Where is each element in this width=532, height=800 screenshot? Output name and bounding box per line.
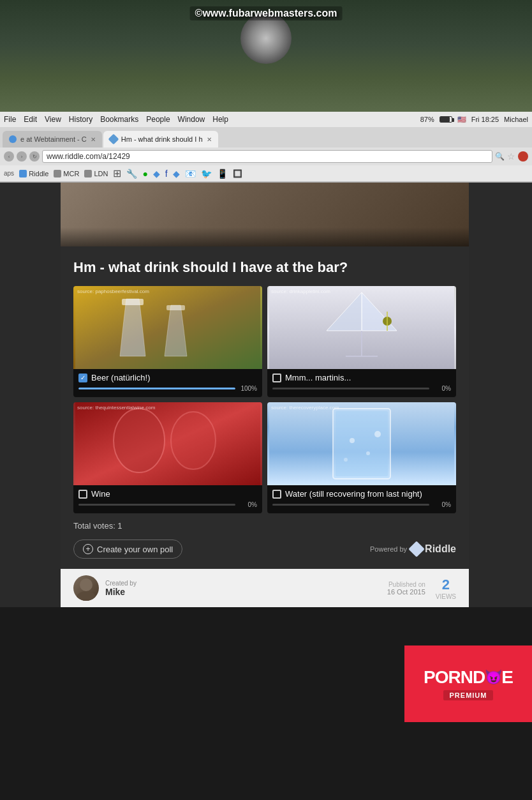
author-info: Created by Mike	[105, 580, 137, 597]
bottom-area: P O RN D 😈 E PREMIUM	[0, 607, 532, 722]
poll-option-martini[interactable]: source: drinkappletini.com Mmm... martin…	[267, 286, 456, 397]
beer-bar-bg	[78, 388, 235, 389]
wine-image	[73, 402, 262, 485]
water-source: source: therecoveryplace.com	[271, 405, 339, 411]
svg-rect-12	[75, 402, 260, 485]
martini-bar-bg	[272, 388, 429, 389]
wine-bar-bg	[78, 504, 235, 506]
riddle-bm-icon	[19, 170, 27, 177]
powered-by: Powered by Riddle	[370, 543, 456, 555]
premium-badge: PREMIUM	[443, 690, 494, 700]
tab-webtainment[interactable]: e at Webtainment - C ✕	[3, 131, 102, 147]
beer-checkbox[interactable]: ✓	[78, 374, 87, 382]
menu-window[interactable]: Window	[178, 115, 205, 124]
menu-edit[interactable]: Edit	[24, 115, 37, 124]
bookmark-star-icon[interactable]: ☆	[507, 151, 515, 162]
tab-favicon-1	[9, 135, 17, 143]
svg-rect-17	[336, 411, 388, 476]
poll-bottom-row: + Create your own poll Powered by Riddle	[73, 540, 456, 559]
create-poll-label: Create your own poll	[97, 545, 173, 554]
martini-label: Mmm... martinis...	[285, 373, 351, 382]
menu-people[interactable]: People	[146, 115, 170, 124]
forward-button[interactable]: ›	[17, 151, 27, 162]
maps-bm[interactable]: aps	[4, 170, 14, 177]
martini-bar-row: 0%	[272, 385, 451, 392]
time-display: Fri 18:25	[471, 116, 499, 123]
published-label: Published on	[387, 581, 425, 588]
martini-pct: 0%	[433, 385, 451, 392]
tab-riddle[interactable]: Hm - what drink should I h ✕	[103, 131, 218, 147]
poll-hero-image	[61, 183, 469, 246]
porndoe-logo: P O RN D 😈 E	[424, 667, 513, 688]
mcr-bm-icon	[54, 170, 61, 177]
menu-file[interactable]: File	[4, 115, 16, 124]
battery-icon	[440, 116, 452, 123]
poll-option-beer[interactable]: source: paphosbeerfestival.com ✓ Beer (n…	[73, 286, 262, 397]
porndoe-rn: RN	[448, 667, 473, 688]
author-right: Published on 16 Oct 2015 2 VIEWS	[387, 577, 456, 600]
poll-option-wine[interactable]: source: thequintessentialwine.com Wine 0…	[73, 402, 262, 513]
porndoe-d: D	[473, 667, 485, 688]
wine-checkbox[interactable]	[78, 490, 87, 499]
water-pct: 0%	[433, 501, 451, 508]
bookmark-ldn[interactable]: LDN	[84, 170, 108, 177]
svg-point-22	[80, 578, 92, 591]
created-by-label: Created by	[105, 580, 137, 587]
riddle-text: Riddle	[425, 543, 456, 555]
total-votes: Total votes: 1	[73, 521, 456, 531]
wine-bar-row: 0%	[78, 501, 257, 508]
devil-icon: 😈	[485, 669, 501, 686]
poll-option-water[interactable]: source: therecoveryplace.com Water (stil…	[267, 402, 456, 513]
svg-point-13	[114, 409, 165, 472]
poll-card: Hm - what drink should I have at the bar…	[61, 246, 469, 569]
menu-help[interactable]: Help	[212, 115, 228, 124]
reload-button[interactable]: ↻	[29, 151, 40, 162]
menu-bookmarks[interactable]: Bookmarks	[100, 115, 138, 124]
create-poll-button[interactable]: + Create your own poll	[73, 540, 182, 559]
check-icon: ✓	[80, 374, 85, 381]
svg-point-18	[350, 438, 355, 443]
views-count: 2 VIEWS	[436, 577, 456, 600]
author-avatar	[73, 575, 99, 601]
svg-point-20	[374, 431, 381, 437]
top-photo-area: ©www.fubarwebmasters.com	[0, 0, 532, 112]
author-name: Mike	[105, 587, 137, 597]
volume-status: 87%	[420, 116, 434, 123]
beer-bottom: ✓ Beer (natürlich!) 100%	[73, 369, 262, 397]
published-date: 16 Oct 2015	[387, 588, 425, 596]
menu-view[interactable]: View	[45, 115, 61, 124]
beer-bar-row: 100%	[78, 385, 257, 392]
water-checkbox[interactable]	[272, 490, 281, 499]
user-name: Michael	[504, 116, 528, 123]
bookmark-mcr[interactable]: MCR	[54, 170, 79, 177]
main-content: Hm - what drink should I have at the bar…	[0, 183, 532, 722]
riddle-diamond-icon	[408, 541, 424, 557]
svg-rect-3	[166, 305, 185, 310]
svg-point-19	[366, 451, 370, 455]
plus-circle-icon: +	[83, 544, 93, 554]
porndoe-text: P	[424, 667, 435, 688]
poll-wrapper: Hm - what drink should I have at the bar…	[61, 183, 469, 569]
riddle-logo: Riddle	[411, 543, 456, 555]
porndoe-o: O	[435, 667, 448, 688]
tab-label-2: Hm - what drink should I h	[121, 135, 203, 143]
water-image	[267, 402, 456, 485]
published-info: Published on 16 Oct 2015	[387, 581, 425, 596]
tab-close-2[interactable]: ✕	[207, 136, 212, 143]
browser-action-icon[interactable]	[518, 151, 528, 162]
author-bar: Created by Mike Published on 16 Oct 2015…	[61, 569, 469, 607]
martini-checkbox[interactable]	[272, 374, 281, 382]
bookmark-riddle[interactable]: Riddle	[19, 170, 48, 177]
wine-pct: 0%	[239, 501, 257, 508]
svg-point-23	[77, 591, 96, 601]
tab-label-1: e at Webtainment - C	[20, 135, 87, 143]
address-input[interactable]	[42, 150, 492, 163]
tab-close-1[interactable]: ✕	[91, 136, 96, 143]
wine-bottom: Wine 0%	[73, 485, 262, 513]
water-bottom: Water (still recovering from last night)…	[267, 485, 456, 513]
beer-label: Beer (natürlich!)	[91, 373, 150, 382]
beer-image	[73, 286, 262, 369]
poll-title: Hm - what drink should I have at the bar…	[73, 259, 456, 276]
menu-history[interactable]: History	[69, 115, 92, 124]
back-button[interactable]: ‹	[4, 151, 14, 162]
